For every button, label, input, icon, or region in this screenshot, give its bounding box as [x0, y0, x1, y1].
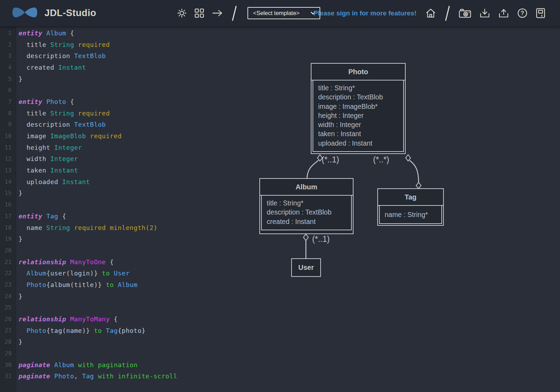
code-line[interactable]: 28} [0, 336, 245, 348]
code-token: paginate [19, 372, 50, 380]
code-token: ManyToOne [70, 258, 106, 266]
code-line[interactable]: 7entity Photo { [0, 96, 245, 107]
code-line[interactable]: 18 name String required minlength(2) [0, 222, 245, 233]
code-token [86, 132, 90, 140]
code-line[interactable]: 23 Photo{album(title)} to Album [0, 279, 245, 290]
code-line[interactable]: 20 [0, 245, 245, 256]
template-select[interactable]: <Select template> [247, 7, 320, 19]
code-text: relationship ManyToMany { [16, 315, 118, 323]
code-token [70, 224, 74, 231]
code-line[interactable]: 15} [0, 188, 245, 199]
code-line[interactable]: 30paginate Album with pagination [0, 359, 245, 371]
code-text: Photo{album(title)} to Album [16, 281, 138, 288]
code-line[interactable]: 10 image ImageBlob required [0, 130, 245, 142]
connector-photo-tag [410, 160, 419, 183]
code-line[interactable]: 27 Photo{tag(name)} to Tag{photo} [0, 325, 245, 336]
line-number: 31 [0, 373, 16, 379]
code-token: with [78, 361, 94, 369]
code-line[interactable]: 9 description TextBlob [0, 119, 245, 131]
code-text: entity Album { [16, 29, 74, 37]
code-line[interactable]: 13 taken Instant [0, 164, 245, 176]
code-token [50, 361, 54, 369]
code-text: } [16, 338, 22, 345]
code-token [19, 281, 27, 288]
layout-grid-icon[interactable] [195, 8, 204, 18]
book-icon[interactable] [536, 8, 545, 18]
code-text: paginate Album with pagination [16, 361, 138, 369]
code-token [66, 258, 70, 266]
code-text: title String required [16, 41, 110, 48]
code-line[interactable]: 3 description TextBlob [0, 50, 245, 62]
code-line[interactable]: 12 width Integer [0, 153, 245, 165]
download-icon[interactable] [479, 8, 490, 18]
code-editor[interactable]: 1entity Album {2 title String required3 … [0, 26, 245, 392]
code-text: image ImageBlob required [16, 132, 122, 140]
entity-box-album[interactable]: Album title : String*description : TextB… [259, 178, 354, 234]
line-number: 25 [0, 304, 16, 311]
code-token [102, 327, 106, 334]
home-icon[interactable] [426, 8, 436, 18]
code-token: to [106, 281, 114, 288]
code-line[interactable]: 4 created Instant [0, 62, 245, 73]
entity-box-tag[interactable]: Tag name : String* [377, 188, 444, 226]
code-line[interactable]: 26relationship ManyToMany { [0, 313, 245, 325]
code-line[interactable]: 31paginate Photo, Tag with infinite-scro… [0, 371, 245, 382]
brightness-icon[interactable] [177, 8, 187, 18]
line-number: 8 [0, 110, 16, 117]
code-token [114, 281, 118, 288]
slash-divider [231, 5, 237, 21]
code-line[interactable]: 16 [0, 199, 245, 210]
code-line[interactable]: 19} [0, 233, 245, 245]
line-number: 13 [0, 167, 16, 174]
code-token: Photo [46, 98, 66, 105]
code-token: TextBlob [74, 121, 106, 128]
entity-field: description : TextBlob [267, 208, 346, 217]
code-line[interactable]: 29 [0, 348, 245, 359]
code-token: paginate [19, 361, 50, 369]
code-text: title String required [16, 110, 110, 117]
connector-photo-album [307, 160, 318, 179]
code-token: {user(login)} [46, 270, 102, 277]
arrow-right-icon[interactable] [212, 8, 223, 18]
upload-icon[interactable] [498, 8, 509, 18]
code-line[interactable]: 6 [0, 84, 245, 96]
code-token [19, 270, 27, 277]
entity-box-user[interactable]: User [291, 258, 321, 277]
code-token: Photo [54, 372, 74, 380]
entity-field: image : ImageBlob* [318, 102, 398, 111]
code-line[interactable]: 21relationship ManyToOne { [0, 256, 245, 268]
code-token: Album [54, 361, 74, 369]
code-line[interactable]: 5} [0, 73, 245, 85]
code-line[interactable]: 2 title String required [0, 39, 245, 50]
code-line[interactable]: 11 height Integer [0, 142, 245, 153]
line-number: 3 [0, 52, 16, 59]
code-token: Instant [62, 178, 90, 186]
code-line[interactable]: 8 title String required [0, 107, 245, 119]
code-line[interactable]: 24} [0, 290, 245, 302]
entity-fields: name : String* [379, 206, 442, 224]
code-text: } [16, 235, 22, 243]
signin-link[interactable]: Please sign in for more features! [313, 9, 416, 17]
line-number: 19 [0, 236, 16, 242]
line-number: 23 [0, 281, 16, 288]
entity-box-photo[interactable]: Photo title : String*description : TextB… [311, 63, 406, 154]
slash-divider [444, 5, 450, 21]
code-text: Album{user(login)} to User [16, 270, 130, 277]
camera-icon[interactable] [459, 8, 471, 18]
code-line[interactable]: 1entity Album { [0, 27, 245, 39]
line-number: 11 [0, 144, 16, 151]
line-number: 10 [0, 133, 16, 139]
code-line[interactable]: 14 uploaded Instant [0, 176, 245, 188]
code-text: description TextBlob [16, 52, 106, 59]
code-line[interactable]: 17entity Tag { [0, 210, 245, 222]
code-line[interactable]: 22 Album{user(login)} to User [0, 267, 245, 279]
code-line[interactable]: 25 [0, 302, 245, 314]
code-text: } [16, 75, 22, 83]
line-number: 24 [0, 293, 16, 300]
code-token: relationship [19, 315, 66, 323]
code-token: Tag [46, 212, 58, 220]
code-token [74, 41, 78, 48]
help-icon[interactable]: ? [517, 8, 527, 18]
code-token: infinite-scroll [118, 372, 177, 380]
entity-field: height : Integer [318, 111, 398, 120]
